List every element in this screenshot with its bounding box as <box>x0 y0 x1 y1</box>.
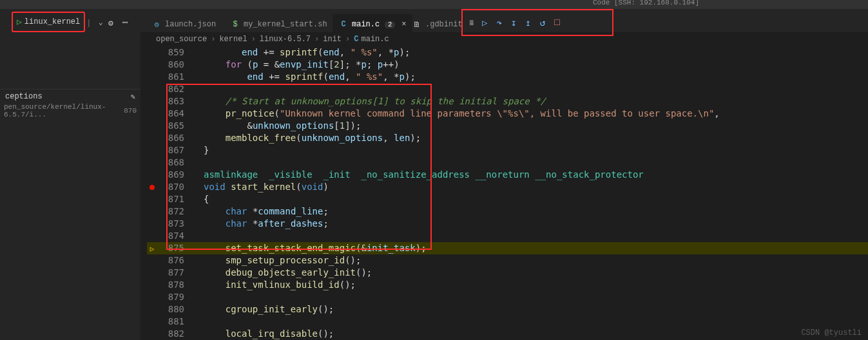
line-number: 863 <box>157 95 193 108</box>
code-line[interactable]: 874 <box>147 230 868 242</box>
code-line[interactable]: 881 <box>147 316 868 328</box>
step-into-icon[interactable]: ↧ <box>511 17 516 28</box>
code-text[interactable]: &unknown_options[1]); <box>204 120 868 132</box>
code-text[interactable]: memblock_free(unknown_options, len); <box>204 132 868 144</box>
code-text[interactable]: smp_setup_processor_id(); <box>204 254 868 267</box>
crumb[interactable]: main.c <box>361 35 389 44</box>
current-line-arrow-icon: ▷ <box>150 245 155 253</box>
chevron-down-icon[interactable]: ⌄ <box>99 18 103 26</box>
line-number: 860 <box>157 59 193 71</box>
line-number: 870 <box>157 181 193 193</box>
pencil-icon[interactable]: ✎ <box>131 92 135 102</box>
file-icon: 🗎 <box>412 20 421 29</box>
code-text[interactable]: init_vmlinux_build_id(); <box>204 279 868 291</box>
code-line[interactable]: 871{ <box>147 193 868 205</box>
restart-icon[interactable]: ↺ <box>540 17 545 28</box>
code-line[interactable]: 882 local_irq_disable(); <box>147 328 868 340</box>
crumb[interactable]: open_source <box>156 35 207 44</box>
dirty-badge: 2 <box>385 21 395 28</box>
code-line[interactable]: 867} <box>147 144 868 156</box>
code-text[interactable]: void start_kernel(void) <box>204 181 868 193</box>
shell-icon: $ <box>231 20 240 29</box>
code-text[interactable]: /* Start at unknown_options[1] to skip t… <box>204 95 868 108</box>
line-number: 873 <box>157 218 193 230</box>
code-text[interactable]: char *command_line; <box>204 205 868 218</box>
crumb[interactable]: kernel <box>219 35 247 44</box>
code-line[interactable]: ▷875 set_task_stack_end_magic(&init_task… <box>147 242 868 254</box>
code-line[interactable]: 872 char *command_line; <box>147 205 868 218</box>
code-text[interactable]: char *after_dashes; <box>204 218 868 230</box>
code-text[interactable]: { <box>204 193 868 205</box>
line-number: 881 <box>157 316 193 328</box>
line-number: 865 <box>157 120 193 132</box>
line-number: 867 <box>157 144 193 156</box>
debug-side-panel: ceptions ✎ pen_source/kernel/linux-6.5.7… <box>0 32 140 340</box>
line-number: 871 <box>157 193 193 205</box>
config-name: linux_kernel <box>24 17 80 26</box>
play-icon: ▷ <box>17 17 22 27</box>
code-line[interactable]: 860 for (p = &envp_init[2]; *p; p++) <box>147 59 868 71</box>
code-editor[interactable]: 859 end += sprintf(end, " %s", *p);860 f… <box>147 46 868 340</box>
code-line[interactable]: 859 end += sprintf(end, " %s", *p); <box>147 46 868 59</box>
line-number: 866 <box>157 132 193 144</box>
line-number: 861 <box>157 71 193 83</box>
line-number: 877 <box>157 267 193 279</box>
code-line[interactable]: 877 debug_objects_early_init(); <box>147 267 868 279</box>
code-line[interactable]: 869asmlinkage _visible _init _no_sanitiz… <box>147 169 868 181</box>
line-number: 880 <box>157 303 193 316</box>
code-line[interactable]: 879 <box>147 291 868 303</box>
code-line[interactable]: 863 /* Start at unknown_options[1] to sk… <box>147 95 868 108</box>
more-icon[interactable]: ⋯ <box>122 17 128 28</box>
code-line[interactable]: 862 <box>147 83 868 95</box>
exceptions-section[interactable]: ceptions ✎ <box>0 89 140 104</box>
step-over-icon[interactable]: ↷ <box>496 17 501 28</box>
section-label: ceptions <box>5 92 43 101</box>
line-number: 878 <box>157 279 193 291</box>
code-text[interactable]: end += sprintf(end, " %s", *p); <box>204 46 868 59</box>
code-line[interactable]: 870void start_kernel(void) <box>147 181 868 193</box>
tab-label: my_kernel_start.sh <box>244 20 327 29</box>
code-text[interactable]: } <box>204 144 868 156</box>
line-number: 882 <box>157 328 193 340</box>
step-out-icon[interactable]: ↥ <box>525 17 530 28</box>
code-text[interactable]: set_task_stack_end_magic(&init_task); <box>204 242 868 254</box>
toolbar: ▷ linux_kernel | ⌄ ⚙ ⋯ ⚙ launch.json $ m… <box>0 9 868 33</box>
stop-icon[interactable]: □ <box>554 17 559 28</box>
tab-label: main.c <box>352 20 380 29</box>
breakpoint-file-row[interactable]: pen_source/kernel/linux-6.5.7/i... 870 <box>0 104 140 118</box>
gear-icon[interactable]: ⚙ <box>108 18 113 28</box>
crumb[interactable]: init <box>323 35 342 44</box>
code-line[interactable]: 861 end += sprintf(end, " %s", *p); <box>147 71 868 83</box>
code-line[interactable]: 868 <box>147 156 868 169</box>
continue-icon[interactable]: ▷ <box>482 17 487 28</box>
code-text[interactable]: debug_objects_early_init(); <box>204 267 868 279</box>
breakpoint-icon[interactable] <box>149 185 155 190</box>
breadcrumb[interactable]: open_source› kernel› linux-6.5.7› init› … <box>147 32 868 46</box>
code-line[interactable]: 866 memblock_free(unknown_options, len); <box>147 132 868 144</box>
watermark: CSDN @tyustli <box>801 328 862 337</box>
code-text[interactable]: for (p = &envp_init[2]; *p; p++) <box>204 59 868 71</box>
ssh-indicator: Code [SSH: 192.168.0.104] <box>593 0 699 6</box>
code-text[interactable]: pr_notice("Unknown kernel command line p… <box>204 108 868 120</box>
c-file-icon: C <box>339 20 348 29</box>
code-text[interactable]: asmlinkage _visible _init _no_sanitize_a… <box>204 169 868 181</box>
code-line[interactable]: 880 cgroup_init_early(); <box>147 303 868 316</box>
run-config-selector[interactable]: ▷ linux_kernel <box>12 12 85 32</box>
code-line[interactable]: 865 &unknown_options[1]); <box>147 120 868 132</box>
title-bar <box>0 0 868 9</box>
code-line[interactable]: 864 pr_notice("Unknown kernel command li… <box>147 108 868 120</box>
line-number: 864 <box>157 108 193 120</box>
code-line[interactable]: 878 init_vmlinux_build_id(); <box>147 279 868 291</box>
grip-icon[interactable]: ⁞⁞⁞ <box>469 19 473 27</box>
file-path: pen_source/kernel/linux-6.5.7/i... <box>4 103 124 118</box>
code-text[interactable]: cgroup_init_early(); <box>204 303 868 316</box>
code-line[interactable]: 873 char *after_dashes; <box>147 218 868 230</box>
code-text[interactable]: end += sprintf(end, " %s", *p); <box>204 71 868 83</box>
crumb[interactable]: linux-6.5.7 <box>260 35 311 44</box>
tab-label: .gdbinit <box>425 20 463 29</box>
separator: | <box>86 18 92 28</box>
code-line[interactable]: 876 smp_setup_processor_id(); <box>147 254 868 267</box>
code-text[interactable]: local_irq_disable(); <box>204 328 868 340</box>
line-number: 874 <box>157 230 193 242</box>
file-line: 870 <box>124 107 137 115</box>
